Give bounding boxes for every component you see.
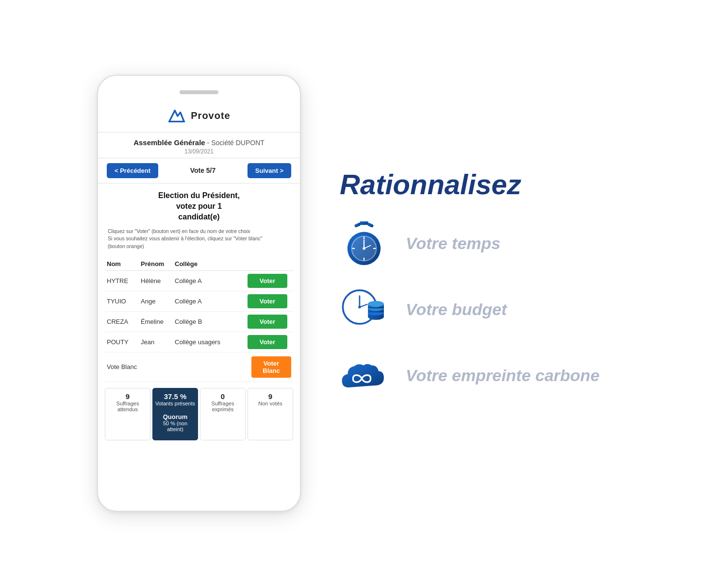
- svg-rect-2: [360, 221, 368, 225]
- stats-row: 9 Suffrages attendus 37.5 % Votants prés…: [105, 388, 293, 440]
- table-row: POUTY Jean Collège usagers Voter: [105, 332, 293, 352]
- feature-item-carbone: Votre empreinte carbone: [340, 351, 631, 400]
- vote-button-2[interactable]: Voter: [248, 315, 287, 329]
- election-instructions: Cliquez sur "Voter" (bouton vert) en fac…: [98, 226, 300, 255]
- assembly-info: Assemblée Générale - Société DUPONT 13/0…: [98, 133, 300, 158]
- features-title: Rationnalisez: [340, 169, 631, 200]
- svg-rect-4: [367, 222, 374, 228]
- table-row: HYTRE Hélène Collège A Voter: [105, 271, 293, 291]
- assembly-separator: -: [205, 139, 211, 147]
- phone-notch: [180, 90, 218, 94]
- svg-rect-3: [354, 222, 361, 228]
- svg-marker-0: [169, 110, 184, 121]
- budget-icon: [340, 285, 388, 334]
- stat-suffrages-attendus: 9 Suffrages attendus: [105, 388, 150, 440]
- features-panel: Rationnalisez: [340, 159, 631, 427]
- stopwatch-icon-wrap: [340, 219, 388, 268]
- vote-button-1[interactable]: Voter: [248, 294, 287, 308]
- budget-icon-wrap: [340, 285, 388, 334]
- assembly-name: Assemblée Générale: [133, 138, 205, 147]
- nav-row: < Précédent Vote 5/7 Suivant >: [98, 158, 300, 184]
- feature-item-temps: Votre temps: [340, 219, 631, 268]
- candidates-table: Nom Prénom Collège HYTRE Hélène Collège …: [98, 255, 300, 352]
- stat-votants-presents: 37.5 % Votants présents Quorum 50 % (non…: [152, 388, 198, 440]
- app-header: Provote: [98, 103, 300, 133]
- feature-label-budget: Votre budget: [406, 300, 507, 319]
- phone-mockup: Provote Assemblée Générale - Société DUP…: [97, 75, 301, 512]
- app-title: Provote: [191, 110, 230, 121]
- vote-button-0[interactable]: Voter: [248, 274, 287, 288]
- table-row: CREZA Émeline Collège B Voter: [105, 312, 293, 332]
- assembly-company: Société DUPONT: [211, 139, 265, 147]
- election-title: Election du Président, votez pour 1 cand…: [98, 184, 300, 226]
- feature-label-temps: Votre temps: [406, 234, 500, 253]
- table-header: Nom Prénom Collège: [105, 258, 293, 271]
- prev-button[interactable]: < Précédent: [107, 163, 158, 178]
- svg-point-18: [358, 306, 361, 308]
- vote-blanc-button[interactable]: Voter Blanc: [251, 356, 291, 378]
- stopwatch-icon: [342, 219, 386, 268]
- next-button[interactable]: Suivant >: [248, 163, 291, 178]
- provote-logo-icon: [167, 107, 186, 125]
- svg-point-25: [368, 301, 384, 307]
- stat-non-votes: 9 Non votés: [248, 388, 293, 440]
- svg-point-14: [363, 247, 365, 250]
- feature-item-budget: Votre budget: [340, 285, 631, 334]
- assembly-date: 13/09/2021: [107, 148, 291, 155]
- quorum-box: Quorum 50 % (non atteint): [155, 409, 196, 436]
- table-row: TYUIO Ange Collège A Voter: [105, 291, 293, 312]
- vote-blanc-row: Vote Blanc Voter Blanc: [105, 352, 293, 382]
- stat-suffrages-exprimes: 0 Suffrages exprimés: [200, 388, 246, 440]
- feature-label-carbone: Votre empreinte carbone: [406, 366, 599, 385]
- cloud-icon: [340, 356, 388, 395]
- vote-counter: Vote 5/7: [190, 167, 216, 174]
- vote-button-3[interactable]: Voter: [248, 335, 287, 349]
- page-container: Provote Assemblée Générale - Société DUP…: [0, 55, 728, 531]
- cloud-icon-wrap: [340, 351, 388, 400]
